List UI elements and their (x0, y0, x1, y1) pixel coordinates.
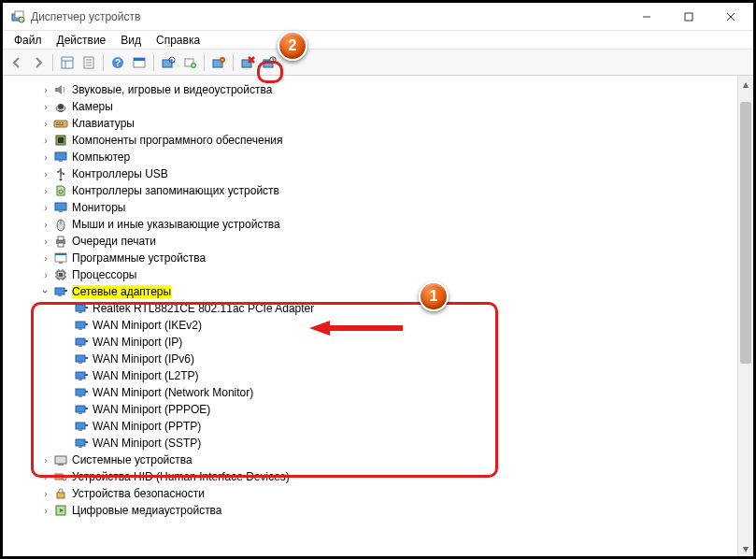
caret-collapsed-icon[interactable]: › (40, 488, 51, 499)
category-digital-media[interactable]: › Цифровые медиаустройства (14, 502, 753, 519)
annotation-callout-2: 2 (278, 31, 307, 61)
category-security-devices[interactable]: › Устройства безопасности (14, 485, 753, 502)
node-label: Камеры (72, 100, 113, 113)
category-monitors[interactable]: › Мониторы (14, 199, 753, 216)
node-label: Очереди печати (72, 235, 156, 248)
vertical-scrollbar[interactable]: ▴ ▾ (737, 76, 753, 556)
node-label: WAN Miniport (Network Monitor) (93, 386, 253, 399)
svg-rect-37 (62, 122, 64, 123)
caret-expanded-icon[interactable]: › (40, 286, 51, 297)
scroll-thumb[interactable] (740, 102, 751, 364)
category-mice[interactable]: › Мыши и иные указывающие устройства (14, 216, 753, 233)
caret-collapsed-icon[interactable]: › (40, 168, 51, 179)
caret-collapsed-icon[interactable]: › (40, 84, 51, 95)
properties-button[interactable] (78, 52, 99, 73)
category-processors[interactable]: › Процессоры (14, 266, 753, 283)
menu-help[interactable]: Справка (149, 32, 207, 49)
device-wan-netmon[interactable]: WAN Miniport (Network Monitor) (14, 384, 753, 401)
mouse-icon (53, 217, 68, 232)
caret-collapsed-icon[interactable]: › (40, 202, 51, 213)
device-wan-pptp[interactable]: WAN Miniport (PPTP) (14, 418, 753, 435)
menubar: Файл Действие Вид Справка (3, 31, 753, 50)
svg-point-100 (63, 475, 66, 480)
forward-button[interactable] (28, 52, 49, 73)
disable-device-button[interactable] (237, 52, 258, 73)
svg-rect-7 (62, 57, 73, 68)
menu-file[interactable]: Файл (7, 32, 50, 49)
component-icon (53, 133, 68, 148)
keyboard-icon (53, 116, 68, 131)
category-software-devices[interactable]: › Программные устройства (14, 250, 753, 266)
category-network-adapters[interactable]: › Сетевые адаптеры (14, 283, 753, 300)
category-keyboards[interactable]: › Клавиатуры (14, 115, 753, 132)
svg-rect-83 (78, 379, 82, 380)
device-wan-sstp[interactable]: WAN Miniport (SSTP) (14, 435, 753, 452)
help-button[interactable]: ? (107, 52, 128, 73)
action-button[interactable] (129, 52, 150, 73)
node-label: WAN Miniport (L2TP) (93, 369, 199, 382)
node-label: Мониторы (72, 201, 125, 214)
category-sound[interactable]: › Звуковые, игровые и видеоустройства (14, 81, 753, 98)
caret-collapsed-icon[interactable]: › (40, 118, 51, 129)
menu-action[interactable]: Действие (50, 32, 114, 49)
caret-collapsed-icon[interactable]: › (40, 185, 51, 196)
device-wan-l2tp[interactable]: WAN Miniport (L2TP) (14, 367, 753, 384)
svg-point-43 (60, 179, 63, 181)
category-print-queues[interactable]: › Очереди печати (14, 233, 753, 250)
svg-rect-56 (59, 262, 63, 264)
maximize-button[interactable] (667, 4, 709, 30)
category-computer[interactable]: › Компьютер (14, 149, 753, 165)
svg-rect-88 (76, 406, 85, 412)
svg-rect-85 (76, 389, 85, 395)
caret-collapsed-icon[interactable]: › (40, 219, 51, 230)
caret-collapsed-icon[interactable]: › (40, 135, 51, 146)
uninstall-button[interactable] (208, 52, 229, 73)
category-storage-controllers[interactable]: › Контроллеры запоминающих устройств (14, 182, 753, 199)
scroll-down-icon[interactable]: ▾ (738, 540, 753, 556)
cpu-icon (53, 267, 68, 282)
add-legacy-button[interactable] (179, 52, 200, 73)
software-icon (53, 251, 68, 265)
svg-rect-36 (59, 122, 61, 123)
caret-collapsed-icon[interactable]: › (40, 269, 51, 280)
node-label: Компьютер (72, 150, 130, 164)
minimize-button[interactable] (625, 4, 667, 30)
back-button[interactable] (7, 52, 27, 73)
update-driver-button[interactable] (259, 52, 279, 73)
caret-collapsed-icon[interactable]: › (40, 471, 51, 482)
node-label: Системные устройства (72, 453, 193, 466)
show-hide-tree-button[interactable] (57, 52, 78, 73)
caret-collapsed-icon[interactable]: › (40, 505, 51, 516)
svg-text:?: ? (115, 58, 121, 68)
svg-rect-74 (78, 328, 82, 330)
caret-collapsed-icon[interactable]: › (40, 151, 51, 163)
svg-rect-91 (76, 423, 85, 429)
caret-collapsed-icon[interactable]: › (40, 454, 51, 466)
device-tree[interactable]: › Звуковые, игровые и видеоустройства › … (3, 76, 753, 556)
svg-rect-38 (56, 124, 64, 125)
network-icon (53, 284, 68, 299)
category-software-components[interactable]: › Компоненты программного обеспечения (14, 132, 753, 149)
category-cameras[interactable]: › Камеры (14, 98, 753, 115)
svg-rect-95 (78, 446, 82, 448)
close-button[interactable] (709, 4, 751, 30)
device-realtek-adapter[interactable]: Realtek RTL8821CE 802.11ac PCIe Adapter (14, 300, 753, 317)
device-wan-ipv6[interactable]: WAN Miniport (IPv6) (14, 351, 753, 367)
category-hid[interactable]: › Устройства HID (Human Interface Device… (14, 468, 753, 485)
caret-collapsed-icon[interactable]: › (40, 101, 51, 112)
device-wan-pppoe[interactable]: WAN Miniport (PPPOE) (14, 401, 753, 418)
network-adapter-icon (74, 419, 89, 434)
node-label: Звуковые, игровые и видеоустройства (72, 83, 272, 96)
svg-rect-82 (76, 372, 85, 379)
scan-hardware-button[interactable] (158, 52, 178, 73)
caret-collapsed-icon[interactable]: › (40, 236, 51, 247)
category-system-devices[interactable]: › Системные устройства (14, 452, 753, 468)
scroll-up-icon[interactable]: ▴ (738, 76, 753, 92)
category-usb-controllers[interactable]: › Контроллеры USB (14, 165, 753, 182)
svg-rect-86 (78, 395, 82, 397)
node-label: WAN Miniport (IP) (93, 336, 182, 349)
svg-rect-17 (134, 58, 145, 61)
caret-collapsed-icon[interactable]: › (40, 252, 51, 264)
menu-view[interactable]: Вид (113, 32, 149, 49)
node-label: Устройства безопасности (72, 487, 205, 500)
